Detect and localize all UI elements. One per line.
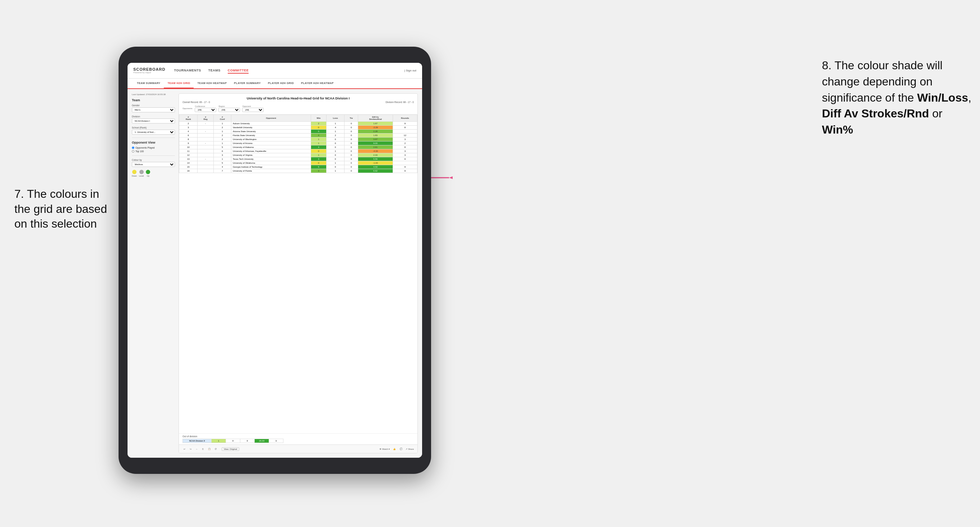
cell-rounds: 8 [393, 145, 417, 149]
conference-filter-select[interactable]: (All) [195, 108, 216, 112]
toolbar-paste[interactable]: 📋 [207, 447, 212, 451]
cell-opponent: University of Oklahoma [231, 161, 311, 165]
sub-nav-player-h2h-heatmap[interactable]: PLAYER H2H HEATMAP [298, 79, 337, 88]
sub-nav-team-summary[interactable]: TEAM SUMMARY [133, 79, 164, 88]
cell-rounds: 3 [393, 149, 417, 153]
table-row: 11 6 University of Arkansas, Fayettevill… [179, 149, 417, 153]
gender-label: Gender [132, 104, 175, 106]
nav-committee[interactable]: COMMITTEE [228, 68, 249, 74]
cell-rounds: 2 [393, 141, 417, 145]
out-div-diff: 26.00 [255, 439, 269, 443]
cell-loss: 1 [326, 161, 345, 165]
sign-out-link[interactable]: | Sign out [404, 69, 416, 72]
col-diff: Diff AvStrokes/Rnd [358, 115, 393, 122]
colour-by-select[interactable]: Win/loss [132, 162, 175, 167]
cell-opponent: University of Florida [231, 169, 311, 173]
cell-reg [197, 145, 213, 149]
table-row: 12 3 University of Virginia 1 0 0 2.33 3 [179, 153, 417, 157]
toolbar-comment[interactable]: 💬 [399, 447, 403, 451]
division-select[interactable]: NCAA Division I [132, 119, 175, 124]
nav-teams[interactable]: TEAMS [208, 68, 221, 74]
cell-loss: 4 [326, 125, 345, 130]
cell-loss: 1 [326, 122, 345, 125]
cell-tie: 0 [345, 161, 358, 165]
opponent-view-options: Opponents Played Top 100 [132, 146, 175, 152]
radio-top-100[interactable]: Top 100 [132, 150, 175, 152]
toolbar-watch[interactable]: 👁 Watch ▾ [379, 448, 390, 450]
toolbar-copy[interactable]: ⎘ [201, 448, 205, 451]
cell-rank: 2 [179, 122, 197, 125]
cell-conf: 5 [213, 161, 231, 165]
cell-reg: - [197, 157, 213, 161]
toolbar-undo[interactable]: ↩ [183, 447, 186, 451]
cell-rank: 9 [179, 141, 197, 145]
school-select[interactable]: 1. University of Nort... [132, 130, 175, 135]
cell-conf: 2 [213, 138, 231, 141]
table-row: 14 5 University of Oklahoma 0 1 0 -1.00 [179, 161, 417, 165]
filter-row: Opponents: Conference (All) Region (All) [183, 105, 414, 112]
table-row: 15 4 Georgia Institute of Technology 5 0… [179, 165, 417, 169]
colour-by-label: Colour by [132, 159, 175, 161]
sidebar-school-field: School (Rank) 1. University of Nort... [132, 126, 175, 135]
cell-win: 5 [311, 165, 326, 169]
out-div-loss: 0 [226, 439, 240, 443]
sub-nav-player-summary[interactable]: PLAYER SUMMARY [230, 79, 264, 88]
region-filter-select[interactable]: (All) [218, 108, 240, 112]
table-row: 9 - 1 University of Arizona 1 0 0 9.00 2 [179, 141, 417, 145]
cell-rounds [393, 130, 417, 133]
toolbar-back[interactable]: ← [195, 448, 199, 451]
cell-conf: 7 [213, 169, 231, 173]
cell-rank: 16 [179, 169, 197, 173]
cell-opponent: University of Washington [231, 138, 311, 141]
cell-tie: 0 [345, 122, 358, 125]
cell-loss: 1 [326, 130, 345, 133]
table-header-row: #Rank #Reg #Conf Opponent Win Loss Tie D… [179, 115, 417, 122]
cell-rounds: 3 [393, 138, 417, 141]
cell-conf: 1 [213, 122, 231, 125]
h2h-data-table: #Rank #Reg #Conf Opponent Win Loss Tie D… [179, 114, 417, 173]
cell-rank: 13 [179, 157, 197, 161]
cell-win: 1 [311, 138, 326, 141]
opponent-filter-select[interactable]: (All) [242, 108, 264, 112]
nav-tournaments[interactable]: TOURNAMENTS [174, 68, 201, 74]
col-conf: #Conf [213, 115, 231, 122]
sidebar-gender-field: Gender Men's [132, 104, 175, 113]
col-win: Win [311, 115, 326, 122]
cell-reg: - [197, 141, 213, 145]
annotation-right-number: 8. [822, 59, 832, 72]
school-rank-label: School (Rank) [132, 126, 175, 129]
cell-opponent: Georgia Institute of Technology [231, 165, 311, 169]
cell-reg [197, 161, 213, 165]
cell-reg [197, 125, 213, 130]
sub-nav-team-h2h-grid[interactable]: TEAM H2H GRID [164, 79, 194, 88]
cell-reg [197, 169, 213, 173]
cell-tie: 0 [345, 133, 358, 138]
out-of-division-row: NCAA Division II 1 0 0 26.00 3 [183, 439, 283, 443]
radio-opponents-played[interactable]: Opponents Played [132, 146, 175, 149]
cell-opponent: Texas Tech University [231, 157, 311, 161]
cell-loss: 1 [326, 149, 345, 153]
cell-win: 3 [311, 157, 326, 161]
col-tie: Tie [345, 115, 358, 122]
filter-group-opponent: Opponent (All) [242, 105, 264, 112]
conference-filter-label: Conference [195, 105, 216, 107]
cell-rank: 4 [179, 130, 197, 133]
sidebar-divider-2 [132, 156, 175, 156]
toolbar-like[interactable]: 👍 [392, 447, 396, 451]
nav-items: TOURNAMENTS TEAMS COMMITTEE [174, 68, 396, 74]
legend-up-dot [146, 170, 150, 174]
sidebar-divider-1 [132, 138, 175, 138]
cell-opponent: Arizona State University [231, 130, 311, 133]
toolbar-redo[interactable]: ↪ [189, 447, 192, 451]
toolbar-clock[interactable]: ⏱ [214, 448, 218, 451]
cell-rank: 14 [179, 161, 197, 165]
sub-nav-team-h2h-heatmap[interactable]: TEAM H2H HEATMAP [194, 79, 230, 88]
cell-rank: 10 [179, 145, 197, 149]
gender-select[interactable]: Men's [132, 107, 175, 113]
sub-nav-player-h2h-grid[interactable]: PLAYER H2H GRID [264, 79, 298, 88]
cell-loss: 0 [326, 157, 345, 161]
cell-reg [197, 165, 213, 169]
toolbar-share[interactable]: ↗ Share [406, 448, 414, 450]
cell-rounds: 9 [393, 169, 417, 173]
toolbar-view-label[interactable]: View: Original [222, 447, 239, 451]
